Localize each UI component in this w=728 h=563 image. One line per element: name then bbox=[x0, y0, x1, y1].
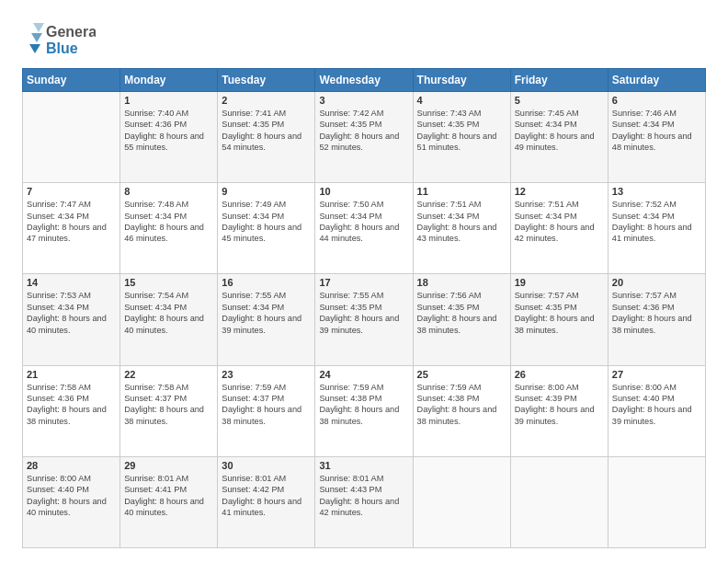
cell-daylight: Daylight: 8 hours and 45 minutes. bbox=[222, 223, 301, 243]
cell-sunset: Sunset: 4:41 PM bbox=[124, 485, 187, 494]
calendar-cell: 2Sunrise: 7:41 AMSunset: 4:35 PMDaylight… bbox=[218, 92, 315, 183]
cell-sunrise: Sunrise: 8:01 AM bbox=[319, 474, 383, 483]
calendar-table: SundayMondayTuesdayWednesdayThursdayFrid… bbox=[22, 68, 706, 548]
cell-daylight: Daylight: 8 hours and 44 minutes. bbox=[319, 223, 399, 243]
cell-sunrise: Sunrise: 7:51 AM bbox=[417, 200, 482, 209]
calendar-cell: 8Sunrise: 7:48 AMSunset: 4:34 PMDaylight… bbox=[120, 183, 218, 274]
cell-daylight: Daylight: 8 hours and 42 minutes. bbox=[319, 497, 399, 517]
calendar-body: 1Sunrise: 7:40 AMSunset: 4:36 PMDaylight… bbox=[23, 92, 706, 548]
cell-daylight: Daylight: 8 hours and 40 minutes. bbox=[27, 497, 107, 517]
cell-sunrise: Sunrise: 7:52 AM bbox=[612, 200, 677, 209]
cell-sunset: Sunset: 4:39 PM bbox=[515, 394, 577, 403]
cell-sunrise: Sunrise: 7:55 AM bbox=[319, 291, 383, 300]
svg-marker-4 bbox=[33, 23, 44, 32]
cell-sunset: Sunset: 4:42 PM bbox=[222, 485, 284, 494]
cell-daylight: Daylight: 8 hours and 40 minutes. bbox=[124, 497, 204, 517]
cell-sunset: Sunset: 4:37 PM bbox=[222, 394, 284, 403]
calendar-cell: 22Sunrise: 7:58 AMSunset: 4:37 PMDayligh… bbox=[120, 365, 218, 456]
day-number: 4 bbox=[417, 95, 506, 106]
calendar-cell: 9Sunrise: 7:49 AMSunset: 4:34 PMDaylight… bbox=[218, 183, 315, 274]
cell-daylight: Daylight: 8 hours and 38 minutes. bbox=[417, 405, 497, 425]
cell-sunrise: Sunrise: 7:43 AM bbox=[417, 109, 482, 118]
cell-sunrise: Sunrise: 7:50 AM bbox=[319, 200, 383, 209]
calendar-cell: 24Sunrise: 7:59 AMSunset: 4:38 PMDayligh… bbox=[315, 365, 413, 456]
calendar-cell: 17Sunrise: 7:55 AMSunset: 4:35 PMDayligh… bbox=[315, 274, 413, 365]
calendar-cell: 13Sunrise: 7:52 AMSunset: 4:34 PMDayligh… bbox=[608, 183, 705, 274]
cell-daylight: Daylight: 8 hours and 38 minutes. bbox=[612, 314, 692, 334]
calendar-cell: 3Sunrise: 7:42 AMSunset: 4:35 PMDaylight… bbox=[315, 92, 413, 183]
day-number: 22 bbox=[124, 369, 213, 380]
calendar-cell: 11Sunrise: 7:51 AMSunset: 4:34 PMDayligh… bbox=[413, 183, 510, 274]
cell-daylight: Daylight: 8 hours and 52 minutes. bbox=[319, 132, 399, 152]
cell-sunrise: Sunrise: 8:00 AM bbox=[27, 474, 91, 483]
cell-sunrise: Sunrise: 7:58 AM bbox=[124, 383, 188, 392]
day-header-monday: Monday bbox=[120, 69, 218, 92]
calendar-cell bbox=[23, 92, 120, 183]
svg-marker-3 bbox=[31, 33, 42, 42]
cell-sunset: Sunset: 4:37 PM bbox=[124, 394, 187, 403]
cell-sunset: Sunset: 4:40 PM bbox=[612, 394, 675, 403]
day-number: 7 bbox=[27, 186, 116, 197]
cell-sunrise: Sunrise: 7:54 AM bbox=[124, 291, 188, 300]
calendar-cell: 27Sunrise: 8:00 AMSunset: 4:40 PMDayligh… bbox=[608, 365, 705, 456]
cell-sunrise: Sunrise: 7:58 AM bbox=[27, 383, 91, 392]
day-number: 12 bbox=[515, 186, 604, 197]
cell-sunset: Sunset: 4:34 PM bbox=[222, 212, 284, 221]
cell-sunset: Sunset: 4:34 PM bbox=[124, 212, 187, 221]
cell-daylight: Daylight: 8 hours and 38 minutes. bbox=[27, 405, 107, 425]
cell-sunrise: Sunrise: 7:59 AM bbox=[319, 383, 383, 392]
day-number: 26 bbox=[515, 369, 604, 380]
cell-daylight: Daylight: 8 hours and 38 minutes. bbox=[222, 405, 301, 425]
cell-sunset: Sunset: 4:43 PM bbox=[319, 485, 381, 494]
svg-text:General: General bbox=[46, 24, 96, 40]
day-number: 13 bbox=[612, 186, 701, 197]
cell-daylight: Daylight: 8 hours and 39 minutes. bbox=[319, 314, 399, 334]
cell-sunset: Sunset: 4:38 PM bbox=[319, 394, 381, 403]
cell-sunset: Sunset: 4:35 PM bbox=[319, 120, 381, 129]
day-number: 16 bbox=[222, 277, 311, 288]
cell-daylight: Daylight: 8 hours and 41 minutes. bbox=[222, 497, 301, 517]
cell-sunrise: Sunrise: 7:51 AM bbox=[515, 200, 579, 209]
days-of-week-row: SundayMondayTuesdayWednesdayThursdayFrid… bbox=[23, 69, 706, 92]
cell-sunrise: Sunrise: 8:00 AM bbox=[515, 383, 579, 392]
day-header-sunday: Sunday bbox=[23, 69, 120, 92]
cell-sunset: Sunset: 4:35 PM bbox=[417, 120, 480, 129]
day-number: 14 bbox=[27, 277, 116, 288]
header: GeneralBlue bbox=[22, 18, 706, 59]
calendar-week-5: 28Sunrise: 8:00 AMSunset: 4:40 PMDayligh… bbox=[23, 456, 706, 547]
day-number: 27 bbox=[612, 369, 701, 380]
calendar-cell: 20Sunrise: 7:57 AMSunset: 4:36 PMDayligh… bbox=[608, 274, 705, 365]
cell-daylight: Daylight: 8 hours and 48 minutes. bbox=[612, 132, 692, 152]
calendar-cell: 26Sunrise: 8:00 AMSunset: 4:39 PMDayligh… bbox=[510, 365, 608, 456]
cell-sunset: Sunset: 4:40 PM bbox=[27, 485, 89, 494]
calendar-cell: 4Sunrise: 7:43 AMSunset: 4:35 PMDaylight… bbox=[413, 92, 510, 183]
calendar-week-3: 14Sunrise: 7:53 AMSunset: 4:34 PMDayligh… bbox=[23, 274, 706, 365]
cell-sunrise: Sunrise: 7:42 AM bbox=[319, 109, 383, 118]
cell-sunrise: Sunrise: 7:59 AM bbox=[222, 383, 286, 392]
cell-daylight: Daylight: 8 hours and 55 minutes. bbox=[124, 132, 204, 152]
cell-sunrise: Sunrise: 7:41 AM bbox=[222, 109, 286, 118]
day-number: 18 bbox=[417, 277, 506, 288]
day-header-saturday: Saturday bbox=[608, 69, 705, 92]
cell-daylight: Daylight: 8 hours and 39 minutes. bbox=[222, 314, 301, 334]
day-number: 30 bbox=[222, 460, 311, 471]
day-number: 23 bbox=[222, 369, 311, 380]
calendar-cell: 21Sunrise: 7:58 AMSunset: 4:36 PMDayligh… bbox=[23, 365, 120, 456]
day-number: 5 bbox=[515, 95, 604, 106]
day-header-thursday: Thursday bbox=[413, 69, 510, 92]
calendar-cell: 30Sunrise: 8:01 AMSunset: 4:42 PMDayligh… bbox=[218, 456, 315, 547]
cell-daylight: Daylight: 8 hours and 43 minutes. bbox=[417, 223, 497, 243]
day-number: 25 bbox=[417, 369, 506, 380]
cell-daylight: Daylight: 8 hours and 38 minutes. bbox=[124, 405, 204, 425]
cell-sunset: Sunset: 4:38 PM bbox=[417, 394, 480, 403]
cell-sunset: Sunset: 4:34 PM bbox=[515, 120, 577, 129]
day-number: 24 bbox=[319, 369, 408, 380]
calendar-week-1: 1Sunrise: 7:40 AMSunset: 4:36 PMDaylight… bbox=[23, 92, 706, 183]
cell-sunset: Sunset: 4:36 PM bbox=[27, 394, 89, 403]
cell-daylight: Daylight: 8 hours and 42 minutes. bbox=[515, 223, 595, 243]
day-number: 3 bbox=[319, 95, 408, 106]
day-number: 17 bbox=[319, 277, 408, 288]
cell-sunrise: Sunrise: 7:56 AM bbox=[417, 291, 482, 300]
calendar-cell: 10Sunrise: 7:50 AMSunset: 4:34 PMDayligh… bbox=[315, 183, 413, 274]
svg-text:Blue: Blue bbox=[46, 40, 78, 56]
